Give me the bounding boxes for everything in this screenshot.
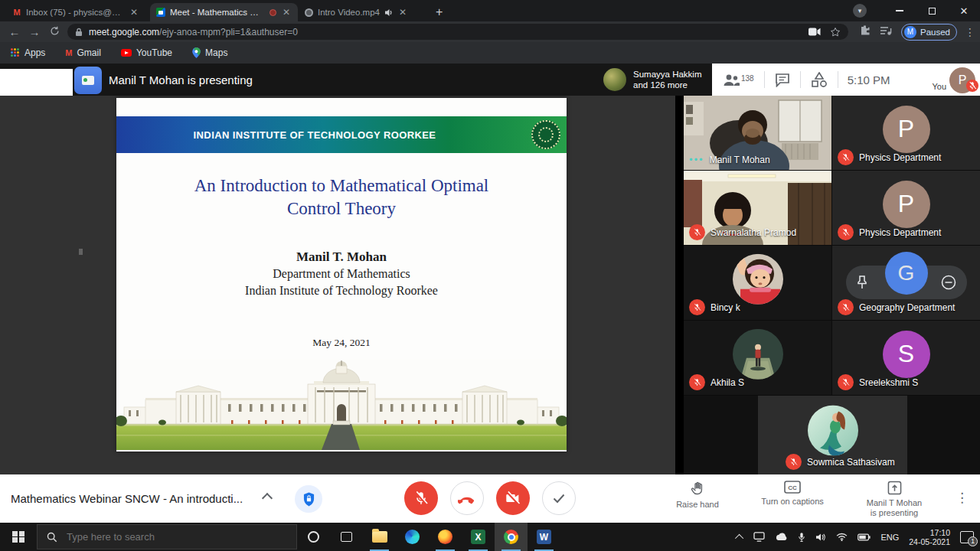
participant-name: Physics Department xyxy=(859,152,941,163)
participant-tile-sreelekshmi[interactable]: S Sreelekshmi S xyxy=(832,321,980,395)
participant-name: Manil T Mohan xyxy=(710,155,770,165)
tab-close-icon[interactable]: ✕ xyxy=(281,7,292,18)
leave-call-button[interactable] xyxy=(450,481,484,515)
bookmark-gmail[interactable]: M Gmail xyxy=(65,47,101,58)
window-minimize-button[interactable] xyxy=(884,0,916,21)
participant-tile-akhila[interactable]: Akhila S xyxy=(684,321,831,395)
tab-inbox[interactable]: M Inbox (75) - physics@sncwkollam ✕ xyxy=(6,3,150,21)
tray-expand-icon[interactable] xyxy=(735,533,743,542)
participants-button[interactable]: 138 xyxy=(712,73,764,86)
media-controls-icon[interactable] xyxy=(880,25,892,39)
profile-button[interactable]: M Paused xyxy=(901,24,957,41)
search-input[interactable] xyxy=(65,530,256,543)
reload-button[interactable] xyxy=(44,25,64,38)
bookmark-youtube[interactable]: YouTube xyxy=(121,47,172,58)
forward-button[interactable]: → xyxy=(24,25,44,38)
participant-tile-physics-1[interactable]: P Physics Department xyxy=(832,96,980,170)
maps-pin-icon xyxy=(192,47,201,58)
address-bar[interactable]: meet.google.com/ejy-anoa-mpm?pli=1&authu… xyxy=(67,24,848,40)
tab-close-icon[interactable]: ✕ xyxy=(397,7,408,18)
participant-name: Akhila S xyxy=(710,377,744,388)
pin-icon[interactable] xyxy=(857,276,867,289)
tab-video[interactable]: Intro Video.mp4 ✕ xyxy=(298,3,428,21)
media-tab-icon xyxy=(304,8,313,17)
chrome-button[interactable] xyxy=(495,523,528,551)
participant-tile-geography[interactable]: G Geography Department xyxy=(832,246,980,320)
raise-hand-button[interactable]: Raise hand xyxy=(671,481,724,510)
camera-in-use-icon[interactable] xyxy=(808,28,821,36)
wifi-icon[interactable] xyxy=(836,533,848,541)
url-path: /ejy-anoa-mpm?pli=1&authuser=0 xyxy=(159,27,298,37)
taskbar-search[interactable] xyxy=(37,524,297,549)
presenting-status-button[interactable]: Manil T Mohan is presenting xyxy=(856,481,933,518)
muted-mic-icon xyxy=(689,224,705,240)
url-domain: meet.google.com xyxy=(89,27,159,37)
captions-button[interactable]: CC Turn on captions xyxy=(754,481,831,507)
self-view[interactable]: You P xyxy=(932,64,980,96)
muted-mic-icon xyxy=(786,454,802,470)
mic-toggle-button[interactable] xyxy=(404,481,438,515)
participant-tile-physics-2[interactable]: P Physics Department xyxy=(832,171,980,245)
participant-tile-swarnalatha[interactable]: Swarnalatha Pramod xyxy=(684,171,831,245)
cortana-button[interactable] xyxy=(297,523,330,551)
speaker-icon[interactable] xyxy=(815,533,826,542)
participant-name: Physics Department xyxy=(859,227,941,238)
meeting-clock: 5:10 PM xyxy=(838,73,900,86)
language-indicator[interactable]: ENG xyxy=(880,533,899,542)
action-center-icon[interactable]: 1 xyxy=(960,531,974,543)
tab-search-icon[interactable]: ▾ xyxy=(853,4,867,18)
tab-title: Inbox (75) - physics@sncwkollam xyxy=(26,8,124,17)
meeting-details-chevron-icon[interactable] xyxy=(262,493,273,504)
back-button[interactable]: ← xyxy=(5,25,24,38)
participant-tile-manil[interactable]: ••• Manil T Mohan xyxy=(684,96,831,170)
window-close-button[interactable]: ✕ xyxy=(948,0,980,21)
browser-menu-icon[interactable]: ⋮ xyxy=(965,26,975,38)
chat-button[interactable] xyxy=(765,73,800,87)
slide-date: May 24, 2021 xyxy=(116,337,567,349)
bookmark-star-icon[interactable] xyxy=(830,27,841,37)
onedrive-cloud-icon[interactable] xyxy=(775,533,788,541)
author-department: Department of Mathematics xyxy=(116,266,567,282)
photo-avatar xyxy=(733,253,783,304)
camera-toggle-button[interactable] xyxy=(496,481,530,515)
bookmark-maps[interactable]: Maps xyxy=(192,47,227,58)
meet-top-controls: 138 5:10 PM You xyxy=(712,64,980,96)
tab-close-icon[interactable]: ✕ xyxy=(129,7,139,18)
extensions-puzzle-icon[interactable] xyxy=(859,24,871,39)
participant-tile-bincy[interactable]: Bincy k xyxy=(684,246,831,320)
file-explorer-button[interactable] xyxy=(363,523,396,551)
bookmark-label: YouTube xyxy=(136,47,172,58)
taskbar-clock[interactable]: 17:10 24-05-2021 xyxy=(909,528,950,546)
window-maximize-button[interactable] xyxy=(916,0,948,21)
participant-tile-sowmica[interactable]: Sowmica Sathasivam xyxy=(758,396,907,474)
start-button[interactable] xyxy=(0,523,37,551)
meeting-safety-button[interactable] xyxy=(295,485,322,513)
new-tab-button[interactable]: + xyxy=(436,5,443,21)
firefox-button[interactable] xyxy=(429,523,462,551)
tab-title: Intro Video.mp4 xyxy=(318,8,380,17)
battery-icon[interactable] xyxy=(858,533,871,541)
check-button[interactable] xyxy=(542,481,576,515)
task-view-button[interactable] xyxy=(330,523,363,551)
muted-mic-icon xyxy=(838,149,854,165)
raise-hand-icon xyxy=(690,481,706,497)
youtube-icon xyxy=(121,49,132,57)
tab-meet[interactable]: Meet - Mathematics Webinar ✕ xyxy=(150,3,298,21)
bookmark-apps[interactable]: Apps xyxy=(11,47,45,58)
word-button[interactable]: W xyxy=(528,523,560,551)
activities-button[interactable] xyxy=(801,72,838,87)
firefox-icon xyxy=(438,530,452,544)
more-options-icon[interactable]: ⋮ xyxy=(956,490,969,506)
grid-filler xyxy=(907,396,980,474)
display-sync-icon[interactable] xyxy=(753,532,765,542)
campus-building-photo xyxy=(116,360,567,450)
browser-toolbar: ← → meet.google.com/ejy-anoa-mpm?pli=1&a… xyxy=(0,21,980,42)
excel-button[interactable]: X xyxy=(462,523,495,551)
participants-summary[interactable]: Sumayya Hakkim and 126 more xyxy=(603,64,701,96)
chat-icon xyxy=(775,73,790,87)
edge-button[interactable] xyxy=(396,523,429,551)
participant-avatar xyxy=(603,68,626,91)
remove-participant-icon[interactable] xyxy=(941,275,956,290)
tray-mic-icon[interactable] xyxy=(798,532,805,543)
bookmark-label: Gmail xyxy=(77,47,101,58)
